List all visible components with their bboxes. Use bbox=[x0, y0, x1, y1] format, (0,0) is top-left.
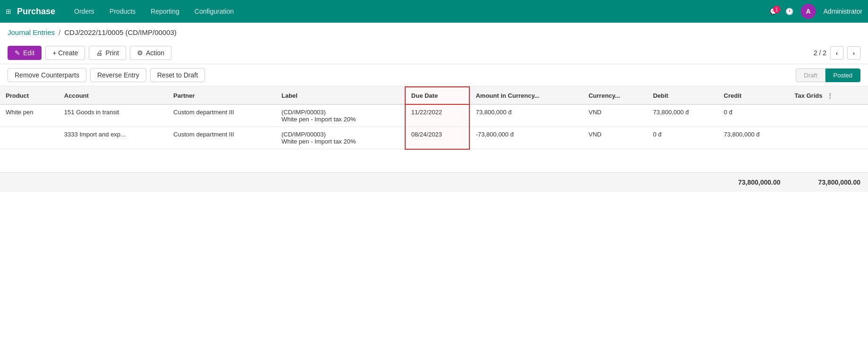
cell-product-2 bbox=[0, 127, 59, 149]
cell-account-2: 3333 Import and exp... bbox=[59, 127, 168, 149]
col-header-product: Product bbox=[0, 87, 59, 104]
journal-entries-table: Product Account Partner Label Due Date A… bbox=[0, 86, 868, 150]
print-icon: 🖨 bbox=[96, 49, 102, 57]
user-name[interactable]: Administrator bbox=[824, 8, 862, 15]
create-button[interactable]: + Create bbox=[45, 46, 85, 60]
status-draft-button[interactable]: Draft bbox=[796, 68, 825, 82]
cell-partner-2: Custom department III bbox=[168, 127, 276, 149]
cell-amount-1: 73,800,000 đ bbox=[469, 104, 583, 127]
cell-tax-grids-2 bbox=[789, 127, 868, 149]
message-count: 1 bbox=[773, 6, 781, 13]
toolbar: ✎ Edit + Create 🖨 Print ⚙ Action 2 / 2 ‹… bbox=[0, 42, 868, 64]
cell-due-date-1: 11/22/2022 bbox=[405, 104, 470, 127]
cell-tax-grids-1 bbox=[789, 104, 868, 127]
cell-amount-2: -73,800,000 đ bbox=[469, 127, 583, 149]
cell-due-date-2: 08/24/2023 bbox=[405, 127, 470, 149]
table-row: White pen 151 Goods in transit Custom de… bbox=[0, 104, 868, 127]
col-header-amount-currency: Amount in Currency... bbox=[469, 87, 583, 104]
col-menu-icon[interactable]: ⋮ bbox=[824, 92, 836, 99]
pagination: 2 / 2 ‹ › bbox=[814, 46, 860, 60]
reset-to-draft-button[interactable]: Reset to Draft bbox=[150, 68, 205, 82]
cell-account-1: 151 Goods in transit bbox=[59, 104, 168, 127]
cell-label-1: (CD/IMP/00003) White pen - Import tax 20… bbox=[276, 104, 405, 127]
pencil-icon: ✎ bbox=[15, 49, 20, 57]
gear-icon: ⚙ bbox=[137, 49, 143, 57]
breadcrumb-separator: / bbox=[59, 28, 60, 36]
col-header-credit: Credit bbox=[718, 87, 789, 104]
col-header-partner: Partner bbox=[168, 87, 276, 104]
breadcrumb: Journal Entries / CDJ/2022/11/0005 (CD/I… bbox=[0, 23, 868, 42]
action-bar: Remove Counterparts Reverse Entry Reset … bbox=[0, 64, 868, 86]
top-navigation: ⊞ Purchase Orders Products Reporting Con… bbox=[0, 0, 868, 23]
chevron-right-icon: › bbox=[853, 50, 855, 57]
print-button[interactable]: 🖨 Print bbox=[89, 46, 126, 60]
cell-debit-2: 0 đ bbox=[647, 127, 718, 149]
avatar[interactable]: A bbox=[801, 4, 816, 19]
breadcrumb-current: CDJ/2022/11/0005 (CD/IMP/00003) bbox=[64, 28, 177, 36]
nav-reporting[interactable]: Reporting bbox=[143, 0, 187, 23]
status-group: Draft Posted bbox=[796, 68, 860, 82]
nav-products[interactable]: Products bbox=[102, 0, 143, 23]
cell-product-1: White pen bbox=[0, 104, 59, 127]
nav-orders[interactable]: Orders bbox=[67, 0, 102, 23]
breadcrumb-parent[interactable]: Journal Entries bbox=[8, 28, 55, 36]
clock-icon[interactable]: 🕐 bbox=[785, 8, 793, 15]
nav-configuration[interactable]: Configuration bbox=[187, 0, 241, 23]
grid-icon[interactable]: ⊞ bbox=[6, 8, 11, 15]
cell-currency-1: VND bbox=[583, 104, 647, 127]
pagination-count: 2 / 2 bbox=[814, 49, 826, 57]
edit-button[interactable]: ✎ Edit bbox=[8, 46, 42, 60]
cell-debit-1: 73,800,000 đ bbox=[647, 104, 718, 127]
col-header-due-date: Due Date bbox=[405, 87, 470, 104]
col-header-account: Account bbox=[59, 87, 168, 104]
cell-partner-1: Custom department III bbox=[168, 104, 276, 127]
cell-credit-1: 0 đ bbox=[718, 104, 789, 127]
col-header-tax-grids: Tax Grids ⋮ bbox=[789, 87, 868, 104]
message-icon[interactable]: 💬 1 bbox=[770, 8, 778, 15]
prev-button[interactable]: ‹ bbox=[830, 46, 843, 60]
table-row: 3333 Import and exp... Custom department… bbox=[0, 127, 868, 149]
col-header-currency: Currency... bbox=[583, 87, 647, 104]
total-credit: 73,800,000.00 bbox=[818, 178, 860, 186]
totals-row: 73,800,000.00 73,800,000.00 bbox=[0, 172, 868, 192]
action-button[interactable]: ⚙ Action bbox=[130, 46, 171, 60]
chevron-left-icon: ‹ bbox=[836, 50, 838, 57]
reverse-entry-button[interactable]: Reverse Entry bbox=[90, 68, 146, 82]
col-header-debit: Debit bbox=[647, 87, 718, 104]
next-button[interactable]: › bbox=[847, 46, 860, 60]
remove-counterparts-button[interactable]: Remove Counterparts bbox=[8, 68, 86, 82]
status-posted-button[interactable]: Posted bbox=[825, 68, 860, 82]
cell-credit-2: 73,800,000 đ bbox=[718, 127, 789, 149]
cell-currency-2: VND bbox=[583, 127, 647, 149]
table-header-row: Product Account Partner Label Due Date A… bbox=[0, 87, 868, 104]
total-debit: 73,800,000.00 bbox=[738, 178, 781, 186]
app-title: Purchase bbox=[17, 7, 55, 17]
col-header-label: Label bbox=[276, 87, 405, 104]
cell-label-2: (CD/IMP/00003) White pen - Import tax 20… bbox=[276, 127, 405, 149]
